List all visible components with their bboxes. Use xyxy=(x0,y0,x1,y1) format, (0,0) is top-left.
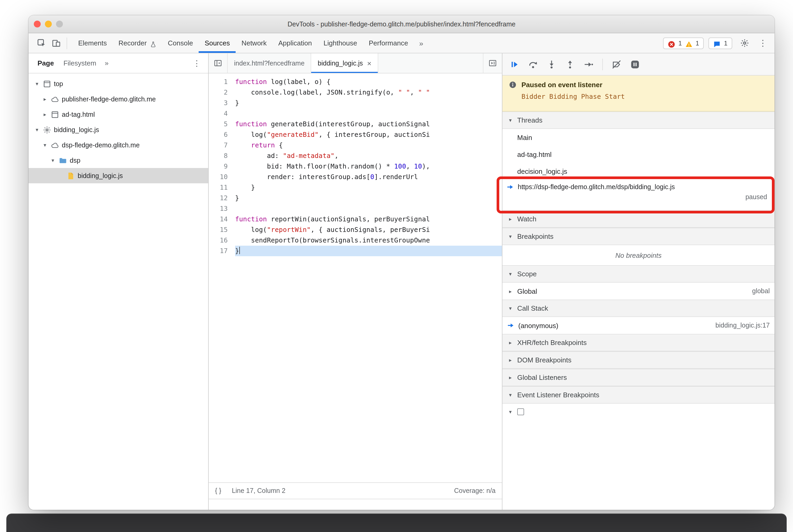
section-threads-header[interactable]: ▾ Threads xyxy=(503,112,775,129)
line-number[interactable]: 16 xyxy=(209,235,235,246)
section-watch-header[interactable]: ▸ Watch xyxy=(503,210,775,228)
step-over-button[interactable] xyxy=(528,59,538,69)
chevron-down-icon[interactable]: ▾ xyxy=(34,81,40,87)
tree-item-dsp-fledge-demo-glitch-me[interactable]: ▾dsp-fledge-demo.glitch.me xyxy=(29,137,208,153)
tab-performance[interactable]: Performance xyxy=(363,33,414,53)
chevron-down-icon[interactable]: ▾ xyxy=(50,157,56,163)
chevron-down-icon[interactable]: ▾ xyxy=(42,142,48,148)
tab-filesystem[interactable]: Filesystem xyxy=(59,53,101,73)
more-panels-chevron[interactable]: » xyxy=(414,39,429,47)
inspect-element-icon[interactable] xyxy=(34,36,49,51)
paused-title: Paused on event listener xyxy=(522,81,602,89)
resume-button[interactable] xyxy=(510,59,519,69)
zoom-window-button[interactable] xyxy=(56,21,63,27)
step-into-button[interactable] xyxy=(547,59,556,69)
section-dom-breakpoints-header[interactable]: ▸ DOM Breakpoints xyxy=(503,351,775,369)
editor-tab-bidding-logic[interactable]: bidding_logic.js × xyxy=(311,53,378,73)
line-number[interactable]: 15 xyxy=(209,225,235,235)
tab-label: Network xyxy=(242,39,266,47)
line-number[interactable]: 8 xyxy=(209,151,235,161)
thread-item-ad-tag-html[interactable]: ad-tag.html xyxy=(503,146,775,163)
navigator-menu-icon[interactable]: ⋮ xyxy=(190,58,204,68)
info-icon xyxy=(509,81,517,89)
line-number[interactable]: 7 xyxy=(209,140,235,151)
tab-elements[interactable]: Elements xyxy=(72,33,113,53)
elb-group-ad-auction-worklet[interactable]: ▾ xyxy=(503,404,775,420)
deactivate-breakpoints-button[interactable] xyxy=(612,59,621,69)
line-number[interactable]: 3 xyxy=(209,98,235,108)
tree-item-dsp[interactable]: ▾dsp xyxy=(29,153,208,168)
section-xhr-breakpoints-header[interactable]: ▸ XHR/fetch Breakpoints xyxy=(503,334,775,351)
thread-item-main[interactable]: Main xyxy=(503,129,775,146)
line-number[interactable]: 6 xyxy=(209,129,235,140)
tree-item-bidding-logic-js[interactable]: ▾bidding_logic.js xyxy=(29,122,208,137)
tab-page[interactable]: Page xyxy=(33,53,59,73)
tree-item-label: top xyxy=(54,80,63,88)
line-number[interactable]: 12 xyxy=(209,193,235,203)
more-navigator-tabs-chevron[interactable]: » xyxy=(101,59,112,67)
tree-item-ad-tag-html[interactable]: ▸ad-tag.html xyxy=(29,107,208,122)
cloud-icon xyxy=(51,141,59,149)
tree-item-top[interactable]: ▾top xyxy=(29,76,208,91)
line-number[interactable]: 10 xyxy=(209,172,235,182)
devtools-menu-icon[interactable]: ⋮ xyxy=(757,38,769,48)
chevron-right-icon[interactable]: ▸ xyxy=(42,112,48,117)
code-line-2: 2 console.log(label, JSON.stringify(o, "… xyxy=(209,87,502,98)
issues-pill[interactable]: 1 xyxy=(709,37,732,49)
pretty-print-icon[interactable]: { } xyxy=(215,487,221,494)
cloud-icon xyxy=(51,95,59,103)
tab-recorder[interactable]: Recorder xyxy=(113,33,162,53)
devtools-main: Page Filesystem » ⋮ ▾top▸publisher-fledg… xyxy=(29,53,775,510)
toggle-navigator-icon[interactable] xyxy=(209,53,228,73)
settings-gear-icon[interactable] xyxy=(737,36,752,51)
step-button[interactable] xyxy=(584,59,593,69)
line-number[interactable]: 2 xyxy=(209,87,235,98)
more-editor-tabs-icon[interactable] xyxy=(483,53,502,73)
tree-item-publisher-fledge-demo-glitch-me[interactable]: ▸publisher-fledge-demo.glitch.me xyxy=(29,91,208,107)
line-number[interactable]: 17 xyxy=(209,246,235,256)
call-stack-frame-row[interactable]: (anonymous) bidding_logic.js:17 xyxy=(503,317,775,334)
frame-icon xyxy=(51,110,59,119)
device-toolbar-icon[interactable] xyxy=(49,36,63,51)
chevron-right-icon[interactable]: ▸ xyxy=(42,96,48,102)
line-number[interactable]: 1 xyxy=(209,77,235,87)
tree-item-bidding-logic-js[interactable]: bidding_logic.js xyxy=(29,168,208,183)
tab-network[interactable]: Network xyxy=(235,33,272,53)
thread-paused-badge: paused xyxy=(507,193,770,201)
line-number[interactable]: 13 xyxy=(209,203,235,214)
tab-sources[interactable]: Sources xyxy=(199,33,235,53)
checkbox-ad-auction-worklet[interactable] xyxy=(517,408,524,415)
code-text xyxy=(235,203,502,214)
thread-item-https-dsp-fledge-demo-glitch-me-dsp-bidding-logic-js[interactable]: https://dsp-fledge-demo.glitch.me/dsp/bi… xyxy=(503,179,775,210)
console-status-pill[interactable]: 1 1 xyxy=(663,37,704,49)
close-window-button[interactable] xyxy=(34,21,41,27)
code-line-11: 11 } xyxy=(209,182,502,193)
scope-global-row[interactable]: ▸ Global global xyxy=(503,283,775,300)
chevron-down-icon[interactable]: ▾ xyxy=(507,409,513,415)
code-area[interactable]: 1function log(label, o) {2 console.log(l… xyxy=(209,73,502,482)
section-scope-header[interactable]: ▾ Scope xyxy=(503,265,775,283)
section-call-stack-header[interactable]: ▾ Call Stack xyxy=(503,300,775,317)
chevron-down-icon[interactable]: ▾ xyxy=(34,127,40,133)
step-out-button[interactable] xyxy=(565,59,575,69)
minimize-window-button[interactable] xyxy=(45,21,52,27)
editor-tab-index-html[interactable]: index.html?fencedframe xyxy=(228,53,311,73)
line-number[interactable]: 11 xyxy=(209,182,235,193)
tab-console[interactable]: Console xyxy=(162,33,199,53)
tab-lighthouse[interactable]: Lighthouse xyxy=(318,33,363,53)
section-event-listener-breakpoints-header[interactable]: ▾ Event Listener Breakpoints xyxy=(503,386,775,404)
section-title: Watch xyxy=(517,215,536,223)
line-number[interactable]: 4 xyxy=(209,108,235,119)
line-number[interactable]: 14 xyxy=(209,214,235,225)
tree-item-label: ad-tag.html xyxy=(62,111,95,118)
close-tab-icon[interactable]: × xyxy=(367,59,372,68)
section-breakpoints-header[interactable]: ▾ Breakpoints xyxy=(503,228,775,245)
thread-item-decision-logic-js[interactable]: decision_logic.js xyxy=(503,163,775,179)
section-global-listeners-header[interactable]: ▸ Global Listeners xyxy=(503,369,775,386)
pause-on-exceptions-button[interactable] xyxy=(630,59,640,69)
section-title: Global Listeners xyxy=(517,374,567,381)
tab-application[interactable]: Application xyxy=(272,33,318,53)
line-number[interactable]: 5 xyxy=(209,119,235,129)
warning-count-badge: 1 xyxy=(696,39,699,47)
line-number[interactable]: 9 xyxy=(209,161,235,172)
